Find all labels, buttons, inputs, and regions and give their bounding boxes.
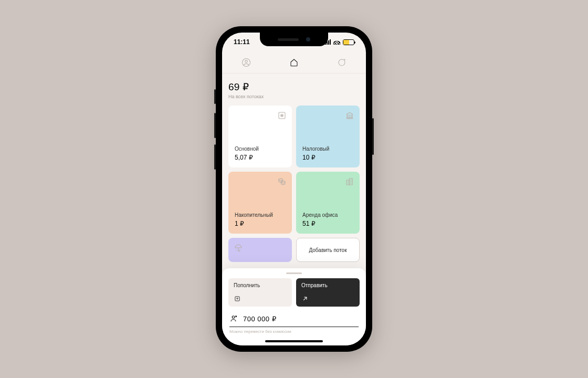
- send-button[interactable]: Отправить: [296, 278, 360, 307]
- nav-profile[interactable]: [230, 58, 262, 67]
- deposit-button[interactable]: Пополнить: [228, 278, 292, 307]
- nav-chat[interactable]: [326, 58, 358, 67]
- top-nav: [222, 51, 366, 74]
- umbrella-icon: [234, 243, 243, 253]
- stream-name: Аренда офиса: [302, 212, 353, 218]
- limit-amount: 700 000 ₽: [243, 315, 276, 323]
- stream-amount: 51 ₽: [302, 220, 353, 227]
- stream-card[interactable]: Налоговый 10 ₽: [296, 106, 360, 167]
- stream-card[interactable]: [228, 238, 292, 262]
- svg-point-5: [279, 178, 283, 181]
- person-transfer-icon: [229, 314, 239, 323]
- nav-home[interactable]: [278, 58, 310, 67]
- balance-subtitle: На всех потоках: [228, 94, 360, 99]
- stream-grid: Основной 5,07 ₽ Налоговый 10 ₽ Накопител…: [228, 106, 360, 262]
- status-time: 11:11: [234, 38, 250, 46]
- stream-amount: 1 ₽: [235, 220, 286, 227]
- volume-down: [214, 144, 216, 170]
- limit-progress: [229, 327, 359, 327]
- limit-subtitle: Можно перевести без комиссии: [229, 329, 359, 334]
- safe-icon: [277, 111, 287, 120]
- drag-handle[interactable]: [286, 272, 302, 274]
- stream-amount: 5,07 ₽: [235, 154, 286, 161]
- coins-icon: [277, 177, 287, 186]
- stream-card[interactable]: Основной 5,07 ₽: [228, 106, 292, 167]
- bottom-sheet: Пополнить Отправить 700 000 ₽ Можно пере…: [222, 268, 366, 345]
- notch: [260, 33, 328, 46]
- stream-name: Налоговый: [302, 146, 353, 152]
- add-stream-button[interactable]: Добавить поток: [296, 238, 360, 262]
- stream-card[interactable]: Накопительный 1 ₽: [228, 172, 292, 234]
- building-icon: [345, 177, 354, 186]
- home-icon: [289, 58, 299, 67]
- svg-point-10: [232, 316, 235, 319]
- battery-icon: [343, 39, 354, 45]
- add-stream-label: Добавить поток: [309, 247, 346, 253]
- bank-icon: [345, 111, 354, 120]
- power-button: [372, 118, 374, 155]
- svg-point-4: [281, 115, 282, 116]
- stream-name: Накопительный: [235, 212, 286, 218]
- wifi-icon: [333, 39, 340, 45]
- transfer-limit[interactable]: 700 000 ₽ Можно перевести без комиссии: [228, 314, 360, 334]
- stream-amount: 10 ₽: [302, 154, 353, 161]
- deposit-icon: [234, 295, 241, 302]
- balance-total: 69 ₽: [228, 81, 360, 93]
- screen: 11:11 69 ₽ На всех потоках: [222, 33, 366, 345]
- phone-frame: 11:11 69 ₽ На всех потоках: [216, 26, 372, 352]
- svg-rect-7: [346, 180, 349, 185]
- deposit-label: Пополнить: [234, 282, 287, 288]
- home-indicator[interactable]: [265, 340, 323, 342]
- svg-point-1: [245, 60, 247, 62]
- send-label: Отправить: [301, 282, 354, 288]
- user-icon: [242, 58, 251, 67]
- arrow-icon: [301, 295, 309, 302]
- stream-card[interactable]: Аренда офиса 51 ₽: [296, 172, 360, 234]
- stream-name: Основной: [235, 146, 286, 152]
- volume-up: [214, 113, 216, 138]
- mute-switch: [214, 89, 216, 104]
- chat-icon: [337, 58, 346, 67]
